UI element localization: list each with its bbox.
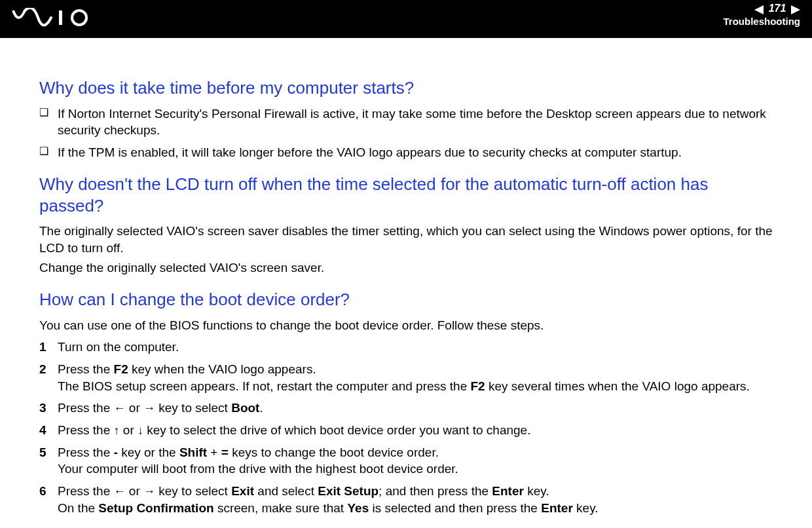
key-equals: = <box>221 445 229 459</box>
step-text: Press the ↑ or ↓ key to select the drive… <box>58 422 773 439</box>
down-arrow-icon: ↓ <box>138 423 143 438</box>
t: Press the <box>58 401 114 415</box>
t: keys to change the boot device order. <box>229 445 439 459</box>
step-number: 4 <box>39 422 58 439</box>
question-1-bullets: ❑ If Norton Internet Security's Personal… <box>39 105 773 161</box>
key-enter: Enter <box>492 484 524 498</box>
step-text: Press the ← or → key to select Exit and … <box>58 483 773 516</box>
t: Your computer will boot from the drive w… <box>58 462 458 476</box>
list-item: ❑ If Norton Internet Security's Personal… <box>39 105 773 139</box>
vaio-logo <box>12 8 97 30</box>
t: key several times when the VAIO logo app… <box>485 379 750 393</box>
t: screen, make sure that <box>214 501 348 515</box>
key-boot: Boot <box>231 401 259 415</box>
question-3-steps: 1 Turn on the computer. 2 Press the F2 k… <box>39 339 773 516</box>
t: key to select <box>155 484 231 498</box>
bullet-text: If Norton Internet Security's Personal F… <box>58 105 773 139</box>
question-3-title: How can I change the boot device order? <box>39 289 773 311</box>
step-text: Turn on the computer. <box>58 339 773 356</box>
question-3-intro: You can use one of the BIOS functions to… <box>39 317 773 334</box>
up-arrow-icon: ↑ <box>114 423 120 438</box>
step-number: 3 <box>39 400 58 417</box>
key-shift: Shift <box>179 445 207 459</box>
t: key. <box>524 484 549 498</box>
t: + <box>207 445 221 459</box>
step-number: 1 <box>39 339 58 356</box>
bullet-icon: ❑ <box>39 144 58 161</box>
key-f2: F2 <box>114 362 128 376</box>
left-arrow-icon: ← <box>114 400 126 416</box>
question-2-title: Why doesn't the LCD turn off when the ti… <box>39 174 773 216</box>
t: . <box>259 401 263 415</box>
bullet-text: If the TPM is enabled, it will take long… <box>58 144 773 161</box>
list-item: 2 Press the F2 key when the VAIO logo ap… <box>39 361 773 394</box>
section-title: Troubleshooting <box>724 16 801 27</box>
t: is selected and then press the <box>369 501 541 515</box>
list-item: 6 Press the ← or → key to select Exit an… <box>39 483 773 516</box>
key-setup-confirmation: Setup Confirmation <box>98 501 213 515</box>
t: and select <box>254 484 318 498</box>
list-item: 4 Press the ↑ or ↓ key to select the dri… <box>39 422 773 439</box>
page-number: 171 <box>769 3 786 14</box>
svg-rect-0 <box>59 10 62 25</box>
question-2-para1: The originally selected VAIO's screen sa… <box>39 223 773 256</box>
list-item: ❑ If the TPM is enabled, it will take lo… <box>39 144 773 161</box>
t: Press the <box>58 484 114 498</box>
t: or <box>126 401 143 415</box>
step-number: 2 <box>39 361 58 394</box>
t: Press the <box>58 362 114 376</box>
t: key to select the drive of which boot de… <box>143 423 530 437</box>
key-f2: F2 <box>471 379 485 393</box>
t: key to select <box>155 401 231 415</box>
step-number: 6 <box>39 483 58 516</box>
t: or <box>126 484 143 498</box>
bullet-icon: ❑ <box>39 105 58 139</box>
question-1-title: Why does it take time before my computer… <box>39 77 773 99</box>
list-item: 5 Press the - key or the Shift + = keys … <box>39 444 773 478</box>
t: Press the <box>58 423 114 437</box>
list-item: 1 Turn on the computer. <box>39 339 773 356</box>
right-arrow-icon: → <box>143 400 155 416</box>
t: or <box>120 423 138 437</box>
next-page-icon[interactable] <box>791 5 800 14</box>
page-header: 171 Troubleshooting <box>0 0 812 38</box>
t: key or the <box>118 445 179 459</box>
step-number: 5 <box>39 444 58 478</box>
t: key when the VAIO logo appears. <box>128 362 316 376</box>
t: ; and then press the <box>378 484 492 498</box>
page-content: Why does it take time before my computer… <box>0 38 812 528</box>
svg-point-1 <box>72 10 86 25</box>
prev-page-icon[interactable] <box>754 5 764 14</box>
step-text: Press the - key or the Shift + = keys to… <box>58 444 773 478</box>
left-arrow-icon: ← <box>114 483 126 499</box>
key-enter: Enter <box>541 501 573 515</box>
step-text: Press the ← or → key to select Boot. <box>58 400 773 417</box>
t: key. <box>573 501 599 515</box>
t: The BIOS setup screen appears. If not, r… <box>58 379 471 393</box>
key-yes: Yes <box>347 501 369 515</box>
t: On the <box>58 501 98 515</box>
key-exit-setup: Exit Setup <box>318 484 378 498</box>
key-exit: Exit <box>231 484 254 498</box>
page-nav: 171 Troubleshooting <box>724 3 801 27</box>
step-text: Press the F2 key when the VAIO logo appe… <box>58 361 773 394</box>
right-arrow-icon: → <box>143 483 155 499</box>
t: Press the <box>58 445 114 459</box>
question-2-para2: Change the originally selected VAIO's sc… <box>39 259 773 276</box>
list-item: 3 Press the ← or → key to select Boot. <box>39 400 773 417</box>
